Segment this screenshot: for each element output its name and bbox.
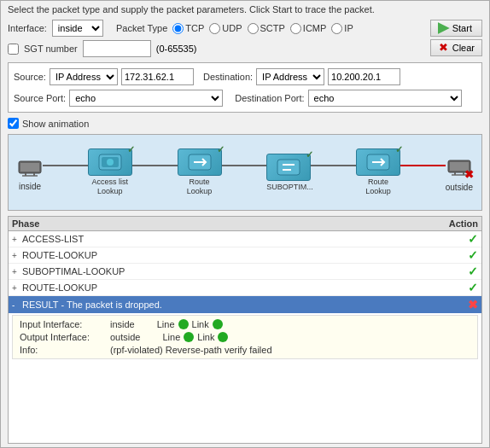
check-badge-3: ✓ — [306, 149, 313, 160]
sgt-range: (0-65535) — [156, 44, 197, 54]
results-body: + ACCESS-LIST ✓ + ROUTE-LOOKUP ✓ + SUBOP… — [9, 231, 481, 443]
instruction-text: Select the packet type and supply the pa… — [1, 1, 489, 18]
expand-icon-4: + — [12, 283, 22, 293]
packet-type-group: TCP UDP SCTP ICMP — [172, 23, 353, 34]
radio-udp[interactable] — [209, 23, 220, 34]
dest-label: Destination: — [203, 72, 253, 82]
input-link-indicator — [213, 319, 223, 329]
output-interface-label: Output Interface: — [20, 332, 105, 342]
clear-icon: ✖ — [438, 42, 450, 54]
connector-5 — [400, 165, 446, 166]
dest-type-select[interactable]: IP Address — [256, 68, 324, 85]
start-label: Start — [452, 23, 472, 33]
access-list-label: Access listLookup — [88, 177, 132, 196]
connector-2 — [132, 165, 178, 166]
suboptimal-box: ✓ — [266, 154, 311, 181]
dst-port-select[interactable]: echo — [308, 90, 462, 107]
result-fail-icon: ✖ — [468, 298, 478, 311]
animation-section: Show animation — [8, 118, 482, 129]
route-lookup-2-label: RouteLookup — [356, 177, 400, 196]
udp-label: UDP — [222, 23, 242, 33]
phase-name-2: ROUTE-LOOKUP — [22, 250, 435, 260]
result-action-icon: ✖ — [435, 298, 478, 311]
input-interface-label: Input Interface: — [20, 319, 105, 329]
input-link-label: Link — [192, 319, 209, 329]
output-link-group: Line Link — [162, 332, 228, 342]
output-interface-value: outside — [110, 332, 140, 342]
src-port-select[interactable]: echo — [69, 90, 223, 107]
phase-action-1: ✓ — [435, 232, 478, 246]
diagram-panel: inside ✓ Access listLookup — [8, 134, 482, 211]
result-text: RESULT - The packet is dropped. — [22, 300, 435, 310]
connector-3 — [222, 165, 267, 166]
header-action: Action — [435, 218, 478, 229]
radio-tcp[interactable] — [172, 23, 184, 34]
radio-ip[interactable] — [331, 23, 342, 34]
header-phase: Phase — [12, 218, 435, 229]
info-label: Info: — [20, 345, 105, 355]
animation-checkbox[interactable] — [8, 118, 19, 129]
info-value: (rpf-violated) Reverse-path verify faile… — [110, 345, 272, 355]
output-link-indicator — [218, 332, 228, 342]
suboptimal-label: SUBOPTIM... — [266, 183, 311, 192]
phase-row-route-lookup-1[interactable]: + ROUTE-LOOKUP ✓ — [9, 247, 481, 264]
route-lookup-1-label: RouteLookup — [178, 177, 222, 196]
phase-row-access-list[interactable]: + ACCESS-LIST ✓ — [9, 231, 481, 247]
outside-label: outside — [446, 183, 473, 192]
phase-action-2: ✓ — [435, 248, 478, 262]
route-lookup-1-node: ✓ RouteLookup — [178, 148, 222, 196]
result-expand-icon: - — [12, 300, 22, 310]
phase-action-3: ✓ — [435, 265, 478, 278]
tcp-label: TCP — [185, 23, 204, 33]
input-interface-row: Input Interface: inside Line Link — [20, 319, 470, 329]
output-interface-row: Output Interface: outside Line Link — [20, 332, 470, 342]
suboptimal-node: ✓ SUBOPTIM... — [266, 154, 311, 192]
phase-row-route-lookup-2[interactable]: + ROUTE-LOOKUP ✓ — [9, 280, 481, 296]
connector-1 — [43, 165, 88, 166]
start-icon — [438, 22, 450, 34]
radio-sctp[interactable] — [248, 23, 259, 34]
inside-device-icon — [17, 154, 43, 180]
interface-label: Interface: — [8, 23, 47, 33]
interface-select[interactable]: inside outside — [52, 20, 103, 37]
sctp-label: SCTP — [260, 23, 285, 33]
src-port-label: Source Port: — [14, 93, 66, 103]
connector-4 — [311, 165, 356, 166]
sgt-checkbox[interactable] — [8, 44, 19, 55]
input-line-indicator — [178, 319, 189, 329]
input-interface-value: inside — [110, 319, 135, 329]
outside-node: ✖ outside — [446, 154, 473, 192]
clear-button[interactable]: ✖ Clear — [430, 39, 482, 56]
icmp-label: ICMP — [303, 23, 327, 33]
expand-icon-2: + — [12, 251, 22, 260]
route-lookup-1-box: ✓ — [178, 148, 222, 176]
phase-name-1: ACCESS-LIST — [22, 234, 435, 244]
input-line-label: Line — [157, 319, 175, 329]
phase-row-suboptimal[interactable]: + SUBOPTIMAL-LOOKUP ✓ — [9, 264, 481, 280]
output-line-label: Line — [162, 332, 180, 342]
phase-name-3: SUBOPTIMAL-LOOKUP — [22, 266, 435, 276]
action-buttons: Start ✖ Clear — [430, 20, 482, 56]
route-lookup-2-box: ✓ — [356, 148, 400, 176]
svg-rect-9 — [277, 160, 300, 175]
radio-icmp[interactable] — [290, 23, 301, 34]
dest-ip-input[interactable] — [328, 68, 400, 85]
inside-label: inside — [19, 182, 41, 191]
sgt-input[interactable] — [83, 40, 151, 57]
outside-error-badge: ✖ — [464, 168, 474, 181]
start-button[interactable]: Start — [430, 20, 482, 37]
results-header: Phase Action — [9, 217, 481, 231]
result-detail-panel: Input Interface: inside Line Link Output… — [12, 315, 478, 359]
svg-rect-1 — [20, 163, 39, 172]
source-type-select[interactable]: IP Address — [50, 68, 118, 85]
check-badge-4: ✓ — [395, 144, 403, 155]
result-row[interactable]: - RESULT - The packet is dropped. ✖ — [9, 296, 481, 313]
source-ip-input[interactable] — [121, 68, 194, 85]
phase-action-4: ✓ — [435, 281, 478, 294]
output-link-label: Link — [197, 332, 214, 342]
phase-name-4: ROUTE-LOOKUP — [22, 282, 435, 293]
ip-label: IP — [344, 23, 353, 33]
svg-point-7 — [107, 159, 114, 166]
animation-label: Show animation — [22, 119, 89, 129]
clear-label: Clear — [452, 43, 475, 53]
